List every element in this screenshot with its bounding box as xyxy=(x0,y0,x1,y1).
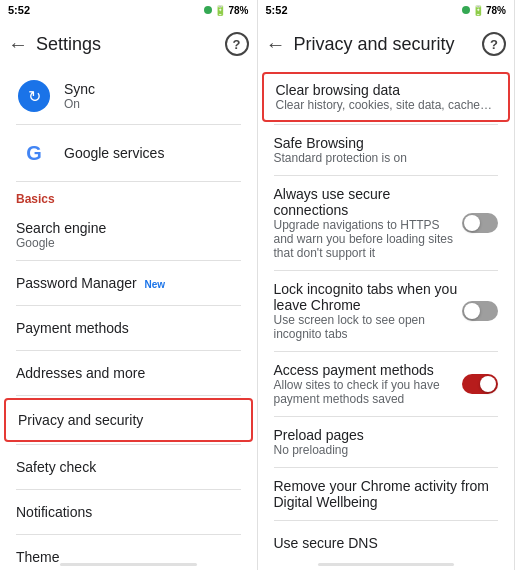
list-item-notifications[interactable]: Notifications xyxy=(0,490,257,534)
list-item-secure-connections[interactable]: Always use secure connections Upgrade na… xyxy=(258,176,515,270)
clear-browsing-title: Clear browsing data xyxy=(276,82,497,98)
access-payment-subtitle: Allow sites to check if you have payment… xyxy=(274,378,463,406)
incognito-content: Lock incognito tabs when you leave Chrom… xyxy=(274,281,463,341)
chrome-activity-title: Remove your Chrome activity from Digital… xyxy=(274,478,499,510)
addresses-title: Addresses and more xyxy=(16,365,241,381)
new-badge: New xyxy=(145,279,166,290)
top-bar-left: ← Settings ? xyxy=(0,20,257,68)
safe-browsing-title: Safe Browsing xyxy=(274,135,499,151)
google-title: Google services xyxy=(64,145,241,161)
access-payment-toggle[interactable] xyxy=(462,374,498,394)
clear-browsing-content: Clear browsing data Clear history, cooki… xyxy=(276,82,497,112)
list-item-chrome-activity[interactable]: Remove your Chrome activity from Digital… xyxy=(258,468,515,520)
payment-content: Payment methods xyxy=(16,320,241,336)
green-dot-icon xyxy=(204,6,212,14)
privacy-title: Privacy and security xyxy=(18,412,239,428)
help-button-left[interactable]: ? xyxy=(225,32,249,56)
access-payment-content: Access payment methods Allow sites to ch… xyxy=(274,362,463,406)
secure-connections-toggle[interactable] xyxy=(462,213,498,233)
secure-connections-title: Always use secure connections xyxy=(274,186,463,218)
google-icon: G xyxy=(16,135,52,171)
battery-right: 78% xyxy=(486,5,506,16)
safe-browsing-content: Safe Browsing Standard protection is on xyxy=(274,135,499,165)
status-time-right: 5:52 xyxy=(266,4,288,16)
page-title-right: Privacy and security xyxy=(294,34,475,55)
privacy-content: Privacy and security xyxy=(18,412,239,428)
incognito-title: Lock incognito tabs when you leave Chrom… xyxy=(274,281,463,313)
incognito-toggle[interactable] xyxy=(462,301,498,321)
status-time-left: 5:52 xyxy=(8,4,30,16)
toggle-knob xyxy=(464,215,480,231)
preload-subtitle: No preloading xyxy=(274,443,499,457)
clear-browsing-subtitle: Clear history, cookies, site data, cache… xyxy=(276,98,497,112)
search-engine-title: Search engine xyxy=(16,220,241,236)
list-item-password-manager[interactable]: Password Manager New xyxy=(0,261,257,305)
scroll-hint-right xyxy=(318,563,455,566)
sync-icon: ↻ xyxy=(16,78,52,114)
green-dot-icon-right xyxy=(462,6,470,14)
sync-subtitle: On xyxy=(64,97,241,111)
list-item-search-engine[interactable]: Search engine Google xyxy=(0,210,257,260)
list-item-safe-browsing[interactable]: Safe Browsing Standard protection is on xyxy=(258,125,515,175)
google-content: Google services xyxy=(64,145,241,161)
help-button-right[interactable]: ? xyxy=(482,32,506,56)
list-item-payment-methods[interactable]: Payment methods xyxy=(0,306,257,350)
page-title-left: Settings xyxy=(36,34,217,55)
list-item-incognito-tabs[interactable]: Lock incognito tabs when you leave Chrom… xyxy=(258,271,515,351)
time-left: 5:52 xyxy=(8,4,30,16)
left-panel: 5:52 🔋 78% ← Settings ? ↻ Sync On xyxy=(0,0,258,570)
addresses-content: Addresses and more xyxy=(16,365,241,381)
status-icons-left: 🔋 78% xyxy=(204,5,248,16)
chrome-activity-content: Remove your Chrome activity from Digital… xyxy=(274,478,499,510)
back-button-right[interactable]: ← xyxy=(266,33,286,56)
divider-6 xyxy=(16,395,241,396)
secure-connections-content: Always use secure connections Upgrade na… xyxy=(274,186,463,260)
list-item-safety-check[interactable]: Safety check xyxy=(0,445,257,489)
section-basics: Basics xyxy=(0,182,257,210)
list-item-google-services[interactable]: G Google services xyxy=(0,125,257,181)
list-item-sync[interactable]: ↻ Sync On xyxy=(0,68,257,124)
preload-content: Preload pages No preloading xyxy=(274,427,499,457)
scroll-hint-left xyxy=(60,563,197,566)
sync-title: Sync xyxy=(64,81,241,97)
theme-title: Theme xyxy=(16,549,241,563)
time-right: 5:52 xyxy=(266,4,288,16)
theme-content: Theme xyxy=(16,549,241,563)
notifications-content: Notifications xyxy=(16,504,241,520)
status-bar-left: 5:52 🔋 78% xyxy=(0,0,257,20)
list-item-clear-browsing[interactable]: Clear browsing data Clear history, cooki… xyxy=(262,72,511,122)
password-title: Password Manager xyxy=(16,275,137,291)
list-item-privacy-security[interactable]: Privacy and security xyxy=(4,398,253,442)
sync-content: Sync On xyxy=(64,81,241,111)
back-button-left[interactable]: ← xyxy=(8,33,28,56)
status-bar-right: 5:52 🔋 78% xyxy=(258,0,515,20)
search-engine-content: Search engine Google xyxy=(16,220,241,250)
battery-icon-right: 🔋 xyxy=(472,5,484,16)
access-payment-title: Access payment methods xyxy=(274,362,463,378)
preload-title: Preload pages xyxy=(274,427,499,443)
settings-list-left: ↻ Sync On G Google services Basics Searc… xyxy=(0,68,257,563)
list-item-access-payment[interactable]: Access payment methods Allow sites to ch… xyxy=(258,352,515,416)
safe-browsing-subtitle: Standard protection is on xyxy=(274,151,499,165)
safety-content: Safety check xyxy=(16,459,241,475)
secure-dns-content: Use secure DNS xyxy=(274,535,499,551)
list-item-secure-dns[interactable]: Use secure DNS xyxy=(258,521,515,563)
status-icons-right: 🔋 78% xyxy=(462,5,506,16)
password-content: Password Manager New xyxy=(16,275,241,291)
android-icon: 🔋 xyxy=(214,5,226,16)
secure-connections-subtitle: Upgrade navigations to HTTPS and warn yo… xyxy=(274,218,463,260)
secure-dns-title: Use secure DNS xyxy=(274,535,499,551)
payment-title: Payment methods xyxy=(16,320,241,336)
top-bar-right: ← Privacy and security ? xyxy=(258,20,515,68)
settings-list-right: Clear browsing data Clear history, cooki… xyxy=(258,68,515,563)
list-item-addresses[interactable]: Addresses and more xyxy=(0,351,257,395)
toggle-knob-3 xyxy=(480,376,496,392)
list-item-theme[interactable]: Theme xyxy=(0,535,257,563)
list-item-preload[interactable]: Preload pages No preloading xyxy=(258,417,515,467)
notifications-title: Notifications xyxy=(16,504,241,520)
search-engine-subtitle: Google xyxy=(16,236,241,250)
toggle-knob-2 xyxy=(464,303,480,319)
incognito-subtitle: Use screen lock to see open incognito ta… xyxy=(274,313,463,341)
safety-title: Safety check xyxy=(16,459,241,475)
right-panel: 5:52 🔋 78% ← Privacy and security ? Clea… xyxy=(258,0,516,570)
